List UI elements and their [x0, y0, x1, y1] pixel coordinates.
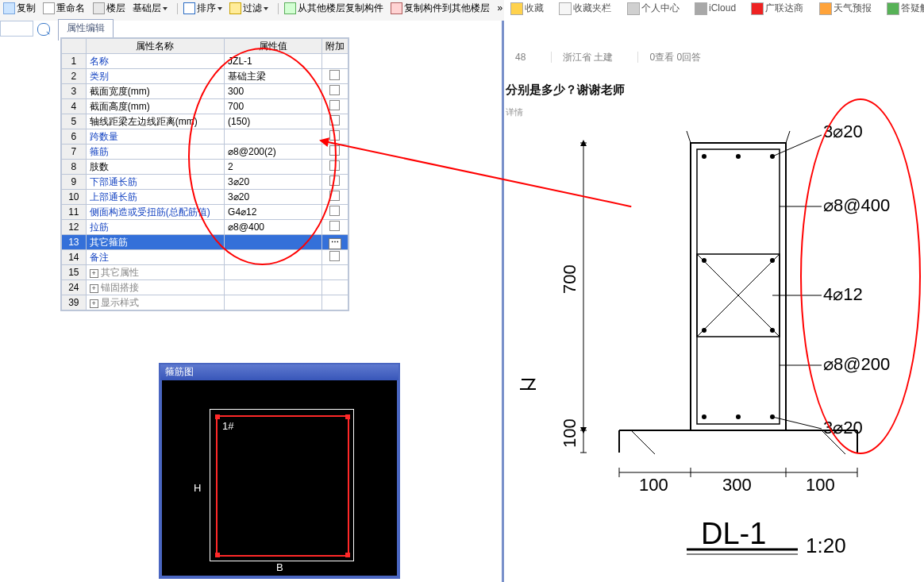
row-value[interactable] — [225, 280, 322, 295]
basic-layer-dropdown[interactable]: 基础层 — [133, 2, 167, 15]
row-name: 备注 — [86, 250, 224, 265]
table-row[interactable]: 5轴线距梁左边线距离(mm)(150) — [62, 114, 348, 129]
table-row[interactable]: 4截面高度(mm)700 — [62, 99, 348, 114]
row-name: +锚固搭接 — [86, 280, 224, 295]
table-row[interactable]: 7箍筋⌀8@200(2) — [62, 145, 348, 160]
main-toolbar: 复制 重命名 楼层 基础层 排序 过滤 从其他楼层复制构件 复制构件到其他楼层 … — [0, 0, 510, 21]
ellipsis-icon[interactable]: ⋯ — [329, 238, 341, 249]
checkbox[interactable] — [329, 115, 340, 125]
sort-button[interactable]: 排序 — [183, 2, 222, 15]
table-row[interactable]: 12拉筋⌀8@400 — [62, 220, 348, 235]
row-add[interactable] — [321, 145, 348, 160]
folder-icon — [559, 2, 572, 15]
svg-line-20 — [687, 131, 691, 143]
table-row[interactable]: 14备注 — [62, 250, 348, 265]
table-row[interactable]: 10上部通长筋3⌀20 — [62, 190, 348, 205]
table-row[interactable]: 39+显示样式 — [62, 295, 348, 310]
expand-icon[interactable]: + — [90, 269, 98, 278]
copy-button[interactable]: 复制 — [3, 2, 36, 15]
search-input[interactable] — [0, 21, 33, 37]
label-bot-bar: 3⌀20 — [823, 418, 863, 437]
checkbox[interactable] — [329, 221, 340, 231]
row-add[interactable] — [321, 205, 348, 220]
row-value[interactable] — [225, 129, 322, 145]
row-add[interactable] — [321, 69, 348, 84]
table-row[interactable]: 1名称JZL-1 — [62, 54, 348, 69]
checkbox[interactable] — [329, 191, 340, 201]
search-icon[interactable] — [37, 23, 50, 36]
checkbox[interactable] — [329, 175, 340, 186]
row-value[interactable]: 300 — [225, 84, 322, 99]
table-row[interactable]: 13其它箍筋⋯ — [62, 235, 348, 250]
row-value[interactable] — [225, 295, 322, 310]
checkbox[interactable] — [329, 206, 340, 216]
row-value[interactable]: 基础主梁 — [225, 69, 322, 84]
icloud-button[interactable]: iCloud — [695, 2, 736, 15]
row-add[interactable] — [321, 84, 348, 99]
table-row[interactable]: 3截面宽度(mm)300 — [62, 84, 348, 99]
fav-button[interactable]: 收藏 — [510, 2, 544, 15]
row-add[interactable] — [321, 250, 348, 265]
row-add[interactable] — [321, 175, 348, 190]
row-add[interactable] — [321, 129, 348, 145]
checkbox[interactable] — [329, 70, 340, 80]
row-add[interactable] — [321, 54, 348, 69]
row-value[interactable]: 2 — [225, 160, 322, 175]
table-row[interactable]: 9下部通长筋3⌀20 — [62, 175, 348, 190]
user-center-button[interactable]: 个人中心 — [627, 2, 680, 15]
row-add[interactable] — [321, 220, 348, 235]
table-row[interactable]: 24+锚固搭接 — [62, 280, 348, 295]
table-row[interactable]: 8肢数2 — [62, 160, 348, 175]
row-value[interactable]: ⌀8@400 — [225, 220, 322, 235]
row-add[interactable] — [321, 295, 348, 310]
expand-icon[interactable]: + — [90, 299, 98, 308]
question-icon — [887, 2, 899, 15]
table-row[interactable]: 11侧面构造或受扭筋(总配筋值)G4⌀12 — [62, 205, 348, 220]
row-value[interactable] — [225, 235, 322, 250]
label-side: 4⌀12 — [823, 284, 863, 304]
checkbox[interactable] — [329, 160, 340, 171]
table-row[interactable]: 2类别基础主梁 — [62, 69, 348, 84]
chevron-down-icon — [218, 7, 222, 10]
row-value[interactable]: (150) — [225, 114, 322, 129]
row-add[interactable] — [321, 265, 348, 280]
row-add[interactable] — [321, 99, 348, 114]
favfolder-button[interactable]: 收藏夹栏 — [559, 2, 611, 15]
copy-from-button[interactable]: 从其他楼层复制构件 — [284, 2, 383, 15]
filter-button[interactable]: 过滤 — [229, 2, 268, 15]
chevron-down-icon — [264, 7, 268, 10]
glodon-button[interactable]: 广联达商 — [751, 2, 803, 15]
row-add[interactable] — [321, 114, 348, 129]
row-num: 6 — [62, 129, 87, 145]
row-add[interactable]: ⋯ — [321, 235, 348, 250]
splitter-handle[interactable] — [498, 0, 504, 582]
table-row[interactable]: 6跨数量 — [62, 129, 348, 145]
checkbox[interactable] — [329, 85, 340, 95]
section-diagram: 700 100 100 300 100 3⌀20 ⌀8@400 — [520, 111, 917, 572]
row-value[interactable]: G4⌀12 — [225, 205, 322, 220]
checkbox[interactable] — [329, 145, 340, 156]
checkbox[interactable] — [329, 100, 340, 110]
copy-to-button[interactable]: 复制构件到其他楼层 — [391, 2, 490, 15]
row-add[interactable] — [321, 160, 348, 175]
row-value[interactable]: ⌀8@200(2) — [225, 145, 322, 160]
row-value[interactable] — [225, 250, 322, 265]
rename-button[interactable]: 重命名 — [43, 2, 85, 15]
weather-button[interactable]: 天气预报 — [819, 2, 872, 15]
row-value[interactable] — [225, 265, 322, 280]
section-scale: 1:20 — [806, 534, 846, 557]
row-value[interactable]: 700 — [225, 99, 322, 114]
table-row[interactable]: 15+其它属性 — [62, 265, 348, 280]
faq-button[interactable]: 答疑解惑 — [887, 2, 924, 15]
expand-icon[interactable]: + — [90, 284, 98, 293]
row-add[interactable] — [321, 280, 348, 295]
axis-h: H — [194, 482, 201, 494]
checkbox[interactable] — [329, 251, 340, 261]
checkbox[interactable] — [329, 130, 340, 141]
row-value[interactable]: 3⌀20 — [225, 190, 322, 205]
row-add[interactable] — [321, 190, 348, 205]
row-value[interactable]: JZL-1 — [225, 54, 322, 69]
floor-button[interactable]: 楼层 — [93, 2, 125, 15]
section-name: DL-1 — [701, 517, 766, 550]
row-value[interactable]: 3⌀20 — [225, 175, 322, 190]
